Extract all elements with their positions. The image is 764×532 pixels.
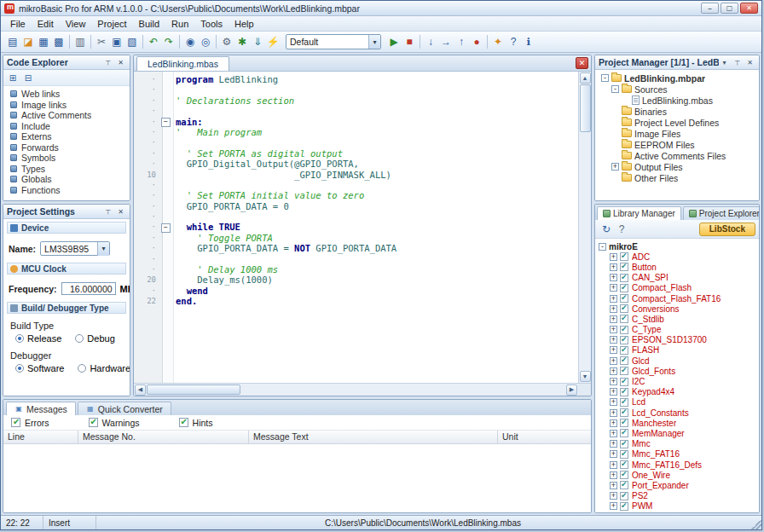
library-checkbox-icon[interactable] <box>620 408 628 417</box>
scroll-left-icon[interactable] <box>135 385 146 396</box>
code-explorer-item[interactable]: Functions <box>8 185 130 196</box>
line-number[interactable]: · <box>134 106 159 116</box>
line-number[interactable]: · <box>134 180 159 190</box>
line-number[interactable]: 22 <box>134 296 159 306</box>
code-line[interactable]: · ' Set PORTA initial value to zero <box>134 190 578 200</box>
expander-icon[interactable]: - <box>601 74 609 82</box>
scrollbar-thumb[interactable] <box>147 385 240 395</box>
library-help-icon[interactable]: ? <box>614 222 629 237</box>
expander-icon[interactable]: + <box>610 409 617 417</box>
line-number[interactable]: · <box>134 95 159 106</box>
vertical-scrollbar[interactable] <box>578 72 591 383</box>
code-explorer-item[interactable]: Forwards <box>8 142 130 153</box>
fold-marker-icon[interactable] <box>159 222 171 232</box>
line-number[interactable]: 20 <box>134 275 159 285</box>
expander-icon[interactable]: + <box>611 163 619 171</box>
line-number[interactable]: · <box>134 159 159 169</box>
menu-item[interactable]: Project <box>91 17 132 31</box>
close-button[interactable] <box>740 3 758 14</box>
column-header[interactable]: Message No. <box>78 431 249 443</box>
line-number[interactable]: · <box>134 264 159 275</box>
filter-checkbox[interactable]: Hints <box>179 418 213 428</box>
line-number[interactable]: · <box>134 190 159 200</box>
line-number[interactable]: · <box>134 286 159 296</box>
library-checkbox-icon[interactable] <box>620 481 628 489</box>
library-item[interactable]: + One_Wire <box>599 470 759 480</box>
code-area[interactable]: · program LedBlinking · <box>134 72 578 383</box>
project-tree-item[interactable]: Project Level Defines <box>599 117 759 128</box>
line-number[interactable]: · <box>134 148 159 159</box>
build-type-radio[interactable]: Debug <box>75 333 114 344</box>
code-line[interactable]: · ' Delay 1000 ms <box>134 264 578 275</box>
expand-all-icon[interactable]: ⊞ <box>6 71 20 84</box>
expander-icon[interactable]: + <box>610 492 617 500</box>
library-item[interactable]: + C_Stdlib <box>599 314 759 324</box>
project-tree-item[interactable]: LedBlinking.mbas <box>599 95 759 106</box>
expander-icon[interactable]: + <box>610 419 617 427</box>
library-item[interactable]: + Glcd_Fonts <box>599 366 759 376</box>
library-checkbox-icon[interactable] <box>620 378 628 386</box>
library-item[interactable]: + Q15 <box>599 512 759 512</box>
save-all-icon[interactable]: ▩ <box>51 34 67 49</box>
fold-marker-icon[interactable] <box>159 211 171 222</box>
fold-marker-icon[interactable] <box>159 106 171 116</box>
project-tree-item[interactable]: Binaries <box>599 106 759 117</box>
minimize-button[interactable] <box>701 3 719 14</box>
expander-icon[interactable]: + <box>610 253 617 261</box>
line-number[interactable]: · <box>134 84 159 95</box>
fold-marker-icon[interactable] <box>159 148 171 159</box>
new-file-icon[interactable]: ▤ <box>5 34 20 49</box>
library-checkbox-icon[interactable] <box>620 388 628 396</box>
code-explorer-item[interactable]: Types <box>8 164 130 175</box>
device-section-header[interactable]: Device <box>7 222 126 234</box>
fold-marker-icon[interactable] <box>159 275 171 285</box>
filter-checkbox[interactable]: Errors <box>11 418 49 428</box>
fold-marker-icon[interactable] <box>159 95 171 106</box>
line-number[interactable]: · <box>134 233 159 243</box>
pin-icon[interactable] <box>102 57 113 67</box>
library-item[interactable]: + Conversions <box>599 304 759 314</box>
step-into-icon[interactable]: ↓ <box>423 34 438 49</box>
close-icon[interactable] <box>115 206 126 217</box>
build-type-radio[interactable]: Release <box>15 333 61 344</box>
expander-icon[interactable]: + <box>610 502 617 510</box>
open-file-icon[interactable]: ◪ <box>20 34 36 49</box>
code-line[interactable]: 20 Delay_ms(1000) <box>134 275 578 285</box>
expander-icon[interactable]: + <box>610 471 617 479</box>
fold-marker-icon[interactable] <box>159 254 171 264</box>
fold-marker-icon[interactable] <box>159 296 171 306</box>
library-checkbox-icon[interactable] <box>620 356 628 365</box>
code-line[interactable]: · GPIO_Digital_Output(@GPIO_PORTA, <box>134 159 578 169</box>
project-tree-item[interactable]: EEPROM Files <box>599 139 759 150</box>
collapse-all-icon[interactable]: ⊟ <box>21 71 35 84</box>
library-checkbox-icon[interactable] <box>620 471 628 479</box>
column-header[interactable]: Line <box>3 431 78 443</box>
fold-marker-icon[interactable] <box>159 137 171 147</box>
close-file-icon[interactable] <box>576 57 588 69</box>
library-checkbox-icon[interactable] <box>620 274 628 282</box>
step-over-icon[interactable]: → <box>438 34 454 49</box>
stop-debugger-icon[interactable]: ■ <box>402 34 417 49</box>
library-item[interactable]: + Compact_Flash_FAT16 <box>599 293 759 304</box>
resize-grip[interactable] <box>750 516 761 529</box>
code-explorer-item[interactable]: Web links <box>8 89 130 100</box>
chevron-down-icon[interactable] <box>97 242 109 256</box>
mcu-clock-section-header[interactable]: MCU Clock <box>7 263 126 275</box>
fold-marker-icon[interactable] <box>159 233 171 243</box>
expander-icon[interactable]: + <box>610 263 617 271</box>
redo-icon[interactable]: ↷ <box>161 34 177 49</box>
step-out-icon[interactable]: ↑ <box>454 34 469 49</box>
library-item[interactable]: + Button <box>599 262 759 272</box>
chevron-down-icon[interactable] <box>719 57 730 67</box>
library-checkbox-icon[interactable] <box>620 419 628 427</box>
filter-checkbox[interactable]: Warnings <box>89 418 140 428</box>
build-and-program-icon[interactable]: ⇓ <box>250 34 265 49</box>
expander-icon[interactable]: + <box>610 274 617 281</box>
menu-item[interactable]: Run <box>165 17 194 31</box>
horizontal-scrollbar[interactable] <box>134 384 578 396</box>
expander-icon[interactable]: + <box>610 378 617 385</box>
close-icon[interactable] <box>744 57 755 67</box>
expander-icon[interactable]: - <box>611 85 619 93</box>
project-tree-item[interactable]: - LedBlinking.mbpar <box>599 72 759 84</box>
project-tree-item[interactable]: Active Comments Files <box>599 150 759 161</box>
